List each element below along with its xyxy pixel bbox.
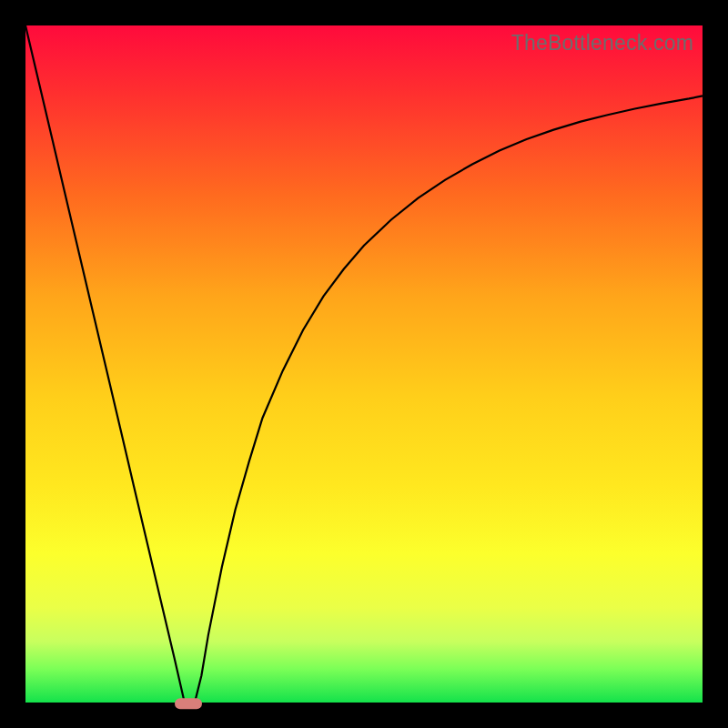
curve-path [25,25,703,703]
bottleneck-curve [25,25,703,703]
plot-area: TheBottleneck.com [25,25,703,703]
min-marker [175,698,202,709]
chart-frame: TheBottleneck.com [0,0,728,728]
